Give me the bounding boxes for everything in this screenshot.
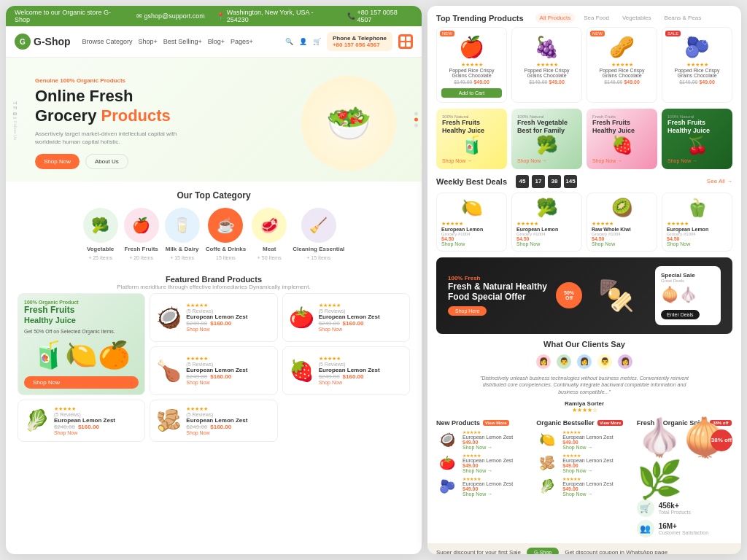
trend-product-2[interactable]: 🍇 ★★★★★ Popped Rice Crispy Grains Chocol… (511, 27, 582, 103)
shop-link[interactable]: Shop+ (139, 38, 158, 45)
deal-2[interactable]: 🥦 ★★★★★ European Lemon Grocery #1004 $4.… (511, 192, 582, 252)
trend-img-2: 🍇 (516, 35, 577, 59)
banner-text: 100% Fresh Fresh & Natural HealthyFood S… (448, 275, 547, 316)
promo-offer: Get 50% Off on Selected Organic Items. (24, 329, 139, 334)
prod-img-3: 🍗 (156, 359, 182, 383)
cat-dairy[interactable]: 🥛 Milk & Dairy + 15 Items (165, 208, 200, 260)
deals-see-all[interactable]: See All → (707, 178, 732, 184)
avatar-1: 👩 (535, 353, 552, 370)
filter-all[interactable]: All Products (535, 13, 576, 23)
featured-product-2[interactable]: 🍅 ★★★★★ (5 Reviews) European Lemon Zest … (282, 293, 410, 342)
fresh-food-image: 🍢 (598, 279, 635, 313)
featured-product-4[interactable]: 🍓 ★★★★★ (5 Reviews) European Lemon Zest … (282, 346, 410, 395)
organic-item-3[interactable]: 🥬 ★★★★★ European Lemon Zest $49.00 Shop … (536, 476, 632, 497)
cat-fruits[interactable]: 🍎 Fresh Fruits + 20 Items (124, 208, 159, 260)
fresh-natural-banner[interactable]: 100% Fresh Fresh & Natural HealthyFood S… (436, 257, 732, 334)
special-btn[interactable]: Enter Deals (661, 310, 700, 319)
new-products-header: New Products View More (436, 419, 532, 427)
promo-tag: 100% Organic Product (24, 300, 139, 305)
special-title: Special Sale (661, 272, 715, 279)
promo-banner-3[interactable]: Fresh Fruits Fresh FruitsHealthy Juice 🍓… (587, 109, 657, 169)
cat-icon-vegetable: 🥦 (83, 208, 118, 243)
deal-3[interactable]: 🥝 ★★★★★ Raw Whole Kiwi Grocery #1004 $4.… (587, 192, 657, 252)
hero-image: 🥗 (290, 72, 407, 174)
spice-image-area: 🧄🧅🌿 38% off (637, 429, 732, 488)
promo-banner-2[interactable]: 100% Natural Fresh VegetableBest for Fam… (511, 109, 582, 169)
reviewer-name: Ramiya Sorter (436, 400, 732, 407)
social-sidebar: T F B I Follow Us (6, 101, 18, 141)
featured-product-6[interactable]: 🫚 ★★★★★ (5 Reviews) European Lemon Zest … (150, 400, 277, 442)
category-title: Our Top Category (18, 190, 410, 201)
search-icon[interactable]: 🔍 (285, 38, 293, 45)
shop-now-button[interactable]: Shop Now (35, 154, 80, 169)
deal-img-3: 🥝 (592, 198, 652, 218)
deal-4[interactable]: 🫑 ★★★★★ European Lemon Grocery #1004 $4.… (662, 192, 732, 252)
blog-link[interactable]: Blog+ (208, 38, 225, 45)
cat-cleaning[interactable]: 🧹 Cleaning Essential + 15 Items (293, 208, 344, 260)
trend-product-4[interactable]: SALE 🫐 ★★★★★ Popped Rice Crispy Grains C… (662, 27, 732, 103)
featured-product-3[interactable]: 🍗 ★★★★★ (5 Reviews) European Lemon Zest … (150, 346, 277, 395)
trend-product-3[interactable]: NEW 🥜 ★★★★★ Popped Rice Crispy Grains Ch… (587, 27, 657, 103)
new-item-3[interactable]: 🫐 ★★★★★ European Lemon Zest $49.00 Shop … (436, 476, 532, 497)
new-item-1[interactable]: 🥥 ★★★★★ European Lemon Zest $49.00 Shop … (436, 429, 532, 450)
promo-banners-row: 100% Natural Fresh FruitsHealthy Juice 🧃… (427, 109, 741, 175)
new-item-2[interactable]: 🍅 ★★★★★ European Lemon Zest $49.00 Shop … (436, 453, 532, 473)
filter-seafood[interactable]: Sea Food (579, 13, 614, 23)
reviews-title: What Our Clients Say (436, 340, 732, 349)
new-item-img-2: 🍅 (436, 455, 458, 471)
email-text: ✉ gshop@support.com (136, 12, 205, 20)
pages-link[interactable]: Pages+ (231, 38, 253, 45)
featured-subtitle: Platform meriditure through effective in… (18, 284, 410, 290)
trend-img-4: 🫐 (667, 35, 727, 59)
deals-grid: 🍋 ★★★★★ European Lemon Grocery #1004 $4.… (436, 192, 732, 252)
featured-product-1[interactable]: 🥥 ★★★★★ (5 Reviews) European Lemon Zest … (150, 293, 277, 342)
organic-header: Organic Bestseller View More (536, 419, 632, 427)
about-us-button[interactable]: About Us (85, 154, 128, 169)
new-item-img-3: 🫐 (436, 478, 458, 494)
bottom-shop-btn[interactable]: G-Shop (527, 548, 559, 554)
filter-veg[interactable]: Vegetables (618, 13, 656, 23)
fresh-shop-btn[interactable]: Shop Here (448, 306, 487, 316)
organic-item-2[interactable]: 🫚 ★★★★★ European Lemon Zest $49.00 Shop … (536, 453, 632, 473)
special-sale-card[interactable]: Special Sale Great Deals 🧅🧄 Enter Deals (655, 266, 721, 325)
avatar-4: 👨 (596, 353, 614, 370)
banner-icon-3: 🍓 (592, 135, 651, 155)
phone-text: 📞 +80 157 0058 4507 (347, 9, 413, 23)
deals-title: Weekly Best Deals (436, 177, 507, 186)
user-icon[interactable]: 👤 (299, 38, 307, 45)
reviews-section: What Our Clients Say 👩 👨 👩 👨 👩 "Distinct… (427, 340, 741, 419)
stat-products: 🛒 456k+ Total Products (637, 499, 732, 517)
organic-img-1: 🍋 (536, 432, 558, 448)
cart-icon[interactable]: 🛒 (313, 38, 321, 45)
organic-bestseller-col: Organic Bestseller View More 🍋 ★★★★★ Eur… (536, 419, 632, 537)
add-to-cart-btn-1[interactable]: Add to Cart (441, 88, 502, 98)
discount-badge: 50% Off (556, 282, 582, 308)
promo-shop-btn[interactable]: Shop Now (24, 376, 139, 389)
hero-section: T F B I Follow Us Genuine 100% Organic P… (6, 58, 422, 182)
welcome-text: Welcome to our Organic store G-Shop (15, 9, 125, 23)
banner-title: Fresh & Natural HealthyFood Special Offe… (448, 281, 547, 303)
bestselling-link[interactable]: Best Selling+ (163, 38, 202, 45)
filter-beans[interactable]: Beans & Peas (660, 13, 706, 23)
trend-product-1[interactable]: NEW 🍎 ★★★★★ Popped Rice Crispy Grains Ch… (436, 27, 507, 103)
browse-cat[interactable]: Browse Category (82, 38, 133, 45)
cat-vegetable[interactable]: 🥦 Vegetable + 25 Items (83, 208, 118, 260)
site-header: G G-Shop Browse Category Shop+ Best Sell… (6, 26, 422, 58)
featured-promo-card[interactable]: 100% Organic Product Fresh FruitsHealthy… (18, 293, 145, 395)
cat-coffee[interactable]: ☕ Coffe & Drinks 15 Items (206, 208, 247, 260)
hero-desc: Assertively target market-driven intelle… (35, 130, 181, 146)
deals-header: Weekly Best Deals 45 17 38 145 See All → (436, 175, 732, 188)
grid-icon[interactable] (398, 34, 413, 49)
deal-1[interactable]: 🍋 ★★★★★ European Lemon Grocery #1004 $4.… (436, 192, 507, 252)
bottom-text: Super discount for your first Sale (436, 549, 521, 554)
trend-img-1: 🍎 (441, 35, 502, 59)
address-text: 📍 Washington, New York, USA - 254230 (217, 9, 336, 23)
cat-meat[interactable]: 🥩 Meat + 50 Items (252, 208, 287, 260)
logo[interactable]: G G-Shop (15, 34, 71, 50)
promo-banner-1[interactable]: 100% Natural Fresh FruitsHealthy Juice 🧃… (436, 109, 507, 169)
special-sub: Great Deals (661, 279, 715, 283)
organic-item-1[interactable]: 🍋 ★★★★★ European Lemon Zest $49.00 Shop … (536, 429, 632, 450)
featured-product-5[interactable]: 🥬 ★★★★★ (5 Reviews) European Lemon Zest … (18, 400, 145, 442)
promo-banner-4[interactable]: 100% Natural Fresh FruitsHealthy Juice 🍒… (662, 109, 732, 169)
hero-text: Genuine 100% Organic Products Online Fre… (20, 77, 290, 168)
